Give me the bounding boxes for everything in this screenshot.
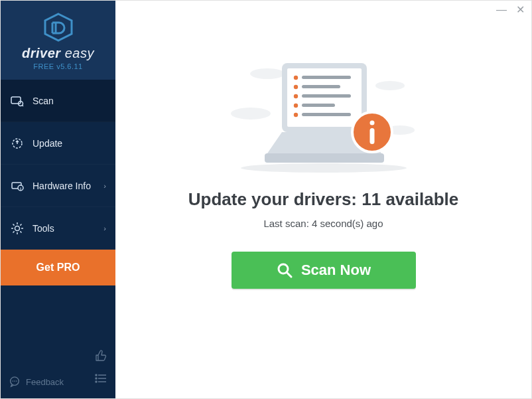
logo-block: driver easy FREE v5.6.11 (1, 1, 115, 80)
sidebar-spacer (1, 285, 115, 343)
sidebar-item-label: Scan (33, 96, 54, 106)
brand-name-light: easy (61, 46, 94, 60)
svg-point-37 (293, 76, 297, 80)
svg-point-33 (241, 163, 407, 173)
svg-rect-36 (265, 153, 384, 163)
svg-rect-44 (302, 104, 335, 107)
svg-marker-0 (45, 14, 72, 40)
sidebar-footer: Feedback (1, 343, 115, 398)
sidebar-item-label: Tools (33, 223, 54, 234)
close-button[interactable]: ✕ (516, 5, 525, 15)
svg-point-39 (293, 85, 297, 89)
sidebar: driver easy FREE v5.6.11 Scan Update i (1, 1, 115, 398)
svg-point-41 (293, 94, 297, 98)
svg-rect-40 (302, 85, 340, 88)
sidebar-item-label: Update (33, 138, 62, 149)
get-pro-button[interactable]: Get PRO (1, 250, 115, 285)
sidebar-item-scan[interactable]: Scan (1, 80, 115, 122)
brand-logo-icon (42, 13, 74, 42)
get-pro-label: Get PRO (36, 262, 80, 274)
footer-icons (94, 349, 107, 388)
list-icon[interactable] (94, 372, 107, 388)
svg-point-45 (293, 113, 297, 117)
sidebar-item-label: Hardware Info (33, 181, 91, 191)
main-content: Update your drivers: 11 available Last s… (115, 1, 531, 398)
sidebar-item-hardware-info[interactable]: i Hardware Info › (1, 165, 115, 207)
svg-line-18 (13, 231, 15, 232)
svg-rect-42 (302, 94, 351, 98)
update-icon (10, 137, 25, 150)
scan-icon (10, 94, 25, 108)
svg-point-10 (15, 226, 20, 230)
svg-point-30 (375, 81, 405, 90)
svg-point-31 (231, 108, 271, 120)
sidebar-nav: Scan Update i Hardware Info › Tools (1, 80, 115, 250)
svg-line-17 (20, 224, 21, 225)
laptop-illustration (228, 54, 420, 176)
scan-now-button[interactable]: Scan Now (232, 252, 416, 289)
last-scan-text: Last scan: 4 second(s) ago (263, 218, 383, 229)
chevron-right-icon: › (103, 182, 106, 190)
svg-point-22 (16, 380, 17, 382)
app-window: — ✕ driver easy FREE v5.6.11 Scan (0, 0, 532, 399)
version-label: FREE v5.6.11 (1, 62, 115, 70)
svg-line-5 (23, 105, 24, 106)
svg-point-27 (96, 381, 97, 382)
window-controls: — ✕ (496, 5, 525, 15)
search-icon (276, 262, 293, 279)
brand-name-strong: driver (22, 46, 61, 60)
svg-point-20 (12, 380, 13, 382)
sidebar-item-update[interactable]: Update (1, 122, 115, 165)
hardware-info-icon: i (10, 179, 25, 193)
feedback-button[interactable]: Feedback (9, 376, 64, 388)
sidebar-item-tools[interactable]: Tools › (1, 207, 115, 250)
svg-point-43 (293, 104, 297, 108)
svg-point-23 (96, 374, 97, 376)
svg-point-21 (14, 380, 15, 382)
svg-line-16 (20, 231, 21, 232)
svg-line-15 (13, 224, 15, 225)
brand-name: driver easy (1, 46, 115, 61)
feedback-label: Feedback (26, 377, 64, 387)
svg-line-52 (287, 273, 291, 278)
thumbs-up-icon[interactable] (94, 349, 107, 365)
tools-icon (10, 222, 25, 235)
chevron-right-icon: › (103, 224, 106, 232)
chat-icon (9, 376, 21, 388)
svg-rect-46 (302, 113, 351, 116)
svg-point-25 (96, 378, 97, 379)
svg-rect-50 (369, 128, 374, 144)
svg-point-29 (250, 68, 285, 79)
svg-point-49 (369, 121, 374, 125)
svg-rect-3 (11, 97, 21, 104)
headline-text: Update your drivers: 11 available (188, 189, 459, 210)
scan-now-label: Scan Now (301, 262, 371, 279)
minimize-button[interactable]: — (496, 5, 507, 15)
svg-rect-38 (302, 76, 351, 79)
